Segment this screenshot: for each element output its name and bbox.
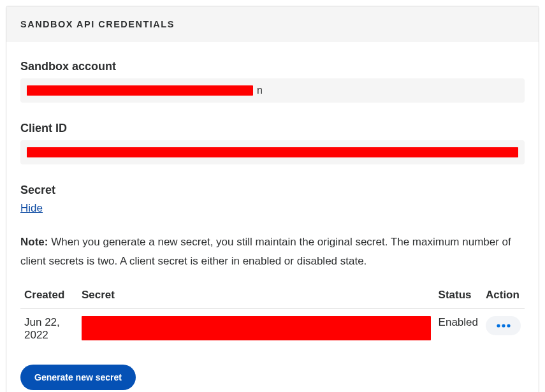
hide-toggle-link[interactable]: Hide	[20, 202, 43, 214]
table-row: Jun 22, 2022 Enabled	[20, 308, 525, 347]
note-text: When you generate a new secret, you stil…	[20, 236, 511, 267]
svg-point-2	[507, 324, 510, 327]
secret-label: Secret	[20, 184, 525, 197]
col-header-created: Created	[20, 282, 78, 309]
more-horizontal-icon	[497, 324, 511, 328]
credentials-card: SANDBOX API CREDENTIALS Sandbox account …	[6, 6, 539, 392]
sandbox-account-label: Sandbox account	[20, 60, 525, 73]
col-header-action: Action	[482, 282, 525, 309]
secret-note: Note: When you generate a new secret, yo…	[20, 233, 525, 271]
client-id-value[interactable]	[20, 140, 525, 164]
col-header-secret: Secret	[78, 282, 435, 309]
generate-new-secret-button[interactable]: Generate new secret	[20, 365, 136, 390]
svg-point-0	[497, 324, 500, 327]
cell-status: Enabled	[435, 308, 482, 347]
redaction-bar	[27, 147, 518, 157]
row-actions-button[interactable]	[486, 316, 521, 335]
cell-action	[482, 308, 525, 347]
client-id-label: Client ID	[20, 122, 525, 135]
sandbox-account-trailing: n	[257, 85, 263, 96]
redaction-bar	[82, 316, 431, 340]
panel-title: SANDBOX API CREDENTIALS	[6, 6, 539, 42]
secrets-table: Created Secret Status Action Jun 22, 202…	[20, 282, 525, 347]
sandbox-account-value[interactable]: n	[20, 78, 525, 103]
cell-secret	[78, 308, 435, 347]
note-label: Note:	[20, 236, 48, 248]
svg-point-1	[502, 324, 505, 327]
redaction-bar	[27, 85, 253, 96]
cell-created: Jun 22, 2022	[20, 308, 78, 347]
col-header-status: Status	[435, 282, 482, 309]
